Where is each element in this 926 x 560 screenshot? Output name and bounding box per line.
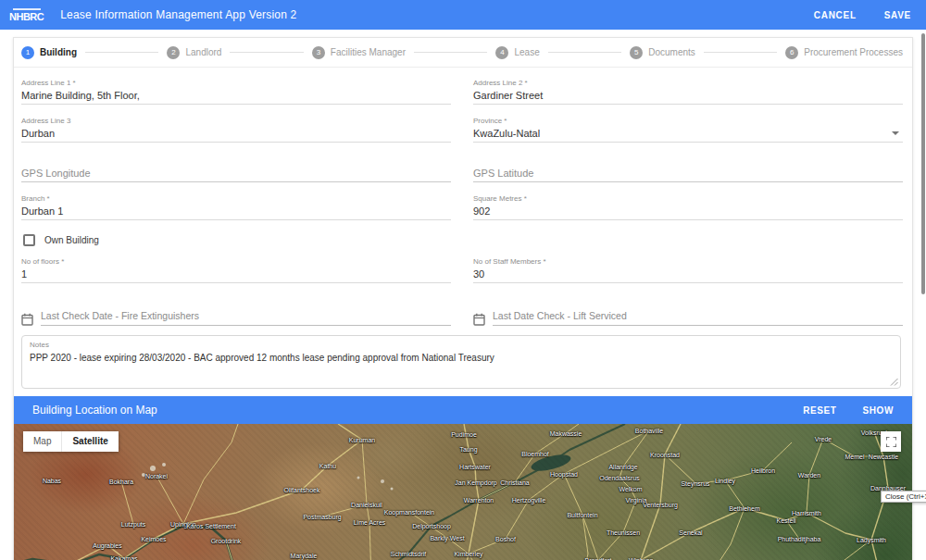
stepper: 1Building2Landlord3Facilities Manager4Le… (14, 38, 912, 68)
stepper-connector (548, 52, 621, 53)
dropdown-arrow-icon[interactable] (892, 131, 899, 135)
map-town-label: Taung (459, 446, 477, 453)
map-town-label: Hartswater (459, 464, 491, 470)
address-line-3-field[interactable]: Address Line 3 Durban (21, 117, 451, 143)
map-town-label: Bokhara (109, 479, 133, 485)
map-town-label: Bultfontein (567, 512, 597, 518)
map-town-label: Delportshoop (412, 523, 451, 529)
address-line-2-field[interactable]: Address Line 2 * Gardiner Street (473, 79, 903, 105)
map-town-label: Bethlehem (729, 505, 759, 512)
map-town-label: Lindley (715, 478, 735, 484)
save-button[interactable]: SAVE (884, 10, 911, 20)
cancel-button[interactable]: CANCEL (814, 10, 857, 20)
field-value: Marine Building, 5th Floor, (21, 90, 451, 102)
map-town-label: Danielskuil (351, 502, 382, 508)
map-type-control: Map Satellite (23, 431, 119, 452)
map-town-label: Marydale (291, 553, 318, 559)
map-town-label: Bothaville (635, 428, 663, 434)
main-card: 1Building2Landlord3Facilities Manager4Le… (13, 37, 913, 560)
map-town-label: Barkly West (430, 535, 464, 541)
field-value: KwaZulu-Natal (473, 128, 903, 140)
stepper-item-building[interactable]: 1Building (21, 46, 77, 59)
map-town-label: Grootdrink (211, 538, 242, 544)
step-number-badge: 2 (167, 46, 180, 59)
own-building-label: Own Building (44, 235, 99, 245)
map-town-label: Ventersburg (643, 502, 678, 508)
nhbrc-logo-icon: NHBRC (9, 8, 44, 22)
map-town-label: Welkom (619, 486, 642, 492)
map-town-label: Winburg (629, 557, 653, 560)
map-town-label: Brandfort (585, 557, 612, 560)
map-section-title: Building Location on Map (32, 404, 157, 417)
map-town-label: Norakei (145, 473, 168, 479)
address-line-1-field[interactable]: Address Line 1 * Marine Building, 5th Fl… (21, 79, 451, 105)
gps-latitude-field[interactable]: GPS Latitude (473, 168, 903, 182)
map-town-label: Karos Settlement (186, 523, 236, 529)
map-town-label: Pudimoe (451, 431, 477, 438)
map-type-map-button[interactable]: Map (23, 431, 61, 452)
field-label: Branch * (21, 194, 451, 203)
map-town-label: Warden (798, 472, 820, 479)
lift-serviced-date-field[interactable]: Last Date Check - Lift Serviced (473, 310, 903, 326)
stepper-item-documents[interactable]: 5Documents (630, 46, 695, 59)
show-button[interactable]: SHOW (862, 405, 894, 416)
own-building-checkbox[interactable] (23, 234, 35, 246)
step-label: Lease (514, 47, 539, 57)
map-type-satellite-button[interactable]: Satellite (61, 431, 118, 452)
step-label: Facilities Manager (331, 47, 406, 57)
stepper-item-procurement-processes[interactable]: 6Procurement Processes (785, 46, 903, 59)
map-town-label: Keimoes (141, 536, 166, 542)
map-town-label: Koopmansfontein (384, 509, 434, 516)
gps-longitude-field[interactable]: GPS Longitude (21, 168, 451, 182)
calendar-icon (473, 313, 485, 326)
map-town-label: Nabas (43, 478, 61, 484)
square-metres-field[interactable]: Square Metres * 902 (473, 194, 903, 220)
map-town-label: Theunissen (607, 529, 640, 536)
stepper-connector (85, 52, 158, 53)
map-town-label: Augrabies (93, 542, 122, 549)
notes-text: PPP 2020 - lease expiring 28/03/2020 - B… (30, 353, 893, 363)
map-town-label: Christiana (500, 479, 530, 486)
close-tooltip: Close (Ctrl+X) (881, 491, 926, 503)
step-number-badge: 1 (21, 46, 34, 59)
no-of-floors-field[interactable]: No of floors * 1 (21, 257, 451, 283)
field-value: 30 (473, 268, 903, 280)
stepper-connector (704, 52, 777, 53)
field-label: Province * (473, 117, 903, 125)
field-value: 1 (21, 268, 451, 280)
notes-textarea[interactable]: Notes PPP 2020 - lease expiring 28/03/20… (21, 335, 901, 389)
branch-field[interactable]: Branch * Durban 1 (21, 194, 451, 220)
map-town-label: Kestell (776, 517, 795, 524)
step-number-badge: 4 (495, 46, 508, 59)
map-town-label: Bloemhof (521, 451, 549, 457)
map-section-header: Building Location on Map RESET SHOW (14, 396, 912, 424)
stepper-item-lease[interactable]: 4Lease (495, 46, 539, 59)
fire-extinguishers-date-field[interactable]: Last Check Date - Fire Extinguishers (21, 310, 451, 326)
app-title: Lease Information Management App Version… (60, 8, 296, 21)
nhbrc-logo-text: NHBRC (9, 12, 44, 22)
field-placeholder: Last Date Check - Lift Serviced (493, 310, 903, 326)
map-town-label: Harrismith (792, 510, 821, 516)
page-scrollbar[interactable] (921, 33, 925, 294)
map-town-label: Allanridge (608, 464, 637, 470)
fullscreen-button[interactable] (881, 431, 901, 452)
map-town-label: Heilbron (751, 467, 775, 474)
stepper-item-facilities-manager[interactable]: 3Facilities Manager (312, 46, 406, 59)
map-town-label: Postmasburg (303, 514, 341, 520)
stepper-item-landlord[interactable]: 2Landlord (167, 46, 221, 59)
map-canvas[interactable]: Map Satellite KurumanKathuOlifantshoekPo… (14, 424, 912, 560)
own-building-row: Own Building (23, 234, 903, 246)
field-value: Gardiner Street (473, 90, 903, 102)
province-select[interactable]: Province * KwaZulu-Natal (473, 117, 903, 143)
reset-button[interactable]: RESET (803, 405, 836, 416)
field-label: Notes (30, 341, 893, 349)
fullscreen-icon (886, 437, 896, 447)
no-of-staff-members-field[interactable]: No of Staff Members * 30 (473, 257, 903, 283)
map-town-label: Memel (845, 454, 864, 460)
step-label: Documents (648, 47, 695, 57)
map-town-label: Hertzogville (512, 497, 546, 504)
field-label: Address Line 1 * (21, 79, 451, 87)
resize-handle[interactable] (890, 378, 898, 386)
stepper-connector (230, 52, 303, 53)
map-town-label: Vrede (815, 436, 832, 442)
